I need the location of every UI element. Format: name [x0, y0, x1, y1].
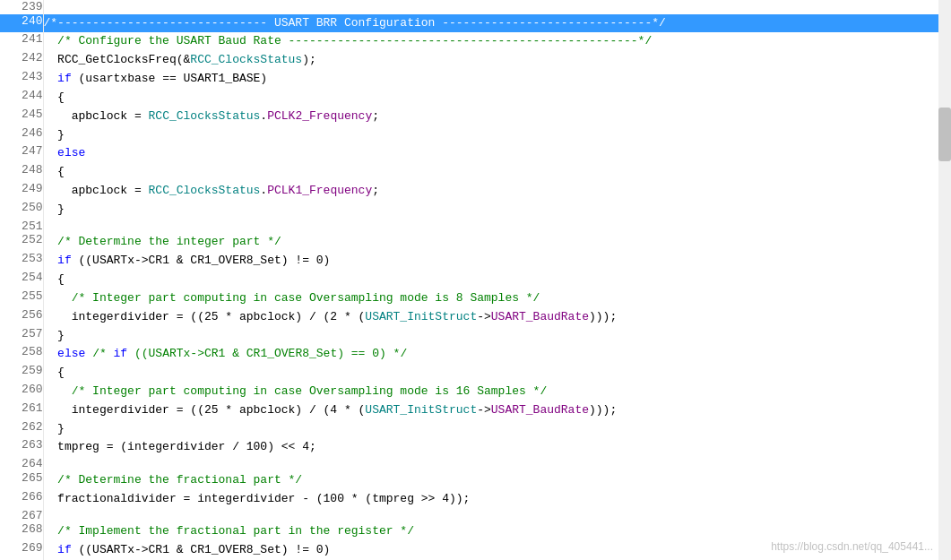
table-row: 267 — [0, 509, 951, 523]
line-number: 241 — [0, 32, 43, 51]
line-code: /* Configure the USART Baud Rate -------… — [43, 32, 951, 51]
line-code: /* Integer part computing in case Oversa… — [43, 383, 951, 401]
table-row: 239 — [0, 0, 951, 14]
table-row: 254 { — [0, 271, 951, 289]
table-row: 245 apbclock = RCC_ClocksStatus.PCLK2_Fr… — [0, 108, 951, 126]
line-code: { — [43, 364, 951, 383]
line-number: 239 — [0, 0, 43, 14]
table-row: 244 { — [0, 89, 951, 108]
table-row: 243 if (usartxbase == USART1_BASE) — [0, 70, 951, 89]
line-number: 242 — [0, 51, 43, 70]
line-number: 247 — [0, 144, 43, 163]
line-code: /* Implement the fractional part in the … — [43, 522, 951, 541]
table-row: 266 fractionaldivider = integerdivider -… — [0, 490, 951, 509]
table-row: 251 — [0, 220, 951, 234]
line-number: 249 — [0, 182, 43, 201]
table-row: 256 integerdivider = ((25 * apbclock) / … — [0, 308, 951, 327]
line-number: 258 — [0, 345, 43, 364]
table-row: 240/*------------------------------ USAR… — [0, 14, 951, 33]
line-code: /* Integer part computing in case Oversa… — [43, 289, 951, 308]
line-code: } — [43, 420, 951, 439]
line-number: 253 — [0, 252, 43, 271]
line-code: { — [43, 271, 951, 289]
code-table: 239240/*------------------------------ U… — [0, 0, 951, 560]
line-number: 261 — [0, 401, 43, 420]
line-number: 252 — [0, 233, 43, 252]
line-code: RCC_GetClocksFreq(&RCC_ClocksStatus); — [43, 51, 951, 70]
line-number: 256 — [0, 308, 43, 327]
table-row: 246 } — [0, 126, 951, 145]
line-number: 251 — [0, 220, 43, 234]
line-number: 263 — [0, 438, 43, 457]
line-code: } — [43, 327, 951, 346]
table-row: 260 /* Integer part computing in case Ov… — [0, 383, 951, 401]
line-code: { — [43, 163, 951, 182]
line-code: if (usartxbase == USART1_BASE) — [43, 70, 951, 89]
line-number: 266 — [0, 490, 43, 509]
table-row: 249 apbclock = RCC_ClocksStatus.PCLK1_Fr… — [0, 182, 951, 201]
scrollbar-vertical[interactable] — [938, 0, 951, 560]
line-code: integerdivider = ((25 * apbclock) / (4 *… — [43, 401, 951, 420]
line-code: /* Determine the integer part */ — [43, 233, 951, 252]
line-code — [43, 220, 951, 234]
line-number: 260 — [0, 383, 43, 401]
table-row: 241 /* Configure the USART Baud Rate ---… — [0, 32, 951, 51]
table-row: 247 else — [0, 144, 951, 163]
line-number: 269 — [0, 541, 43, 560]
line-code: /* Determine the fractional part */ — [43, 471, 951, 490]
table-row: 248 { — [0, 163, 951, 182]
table-row: 262 } — [0, 420, 951, 439]
line-code: { — [43, 89, 951, 108]
line-code: apbclock = RCC_ClocksStatus.PCLK1_Freque… — [43, 182, 951, 201]
line-number: 243 — [0, 70, 43, 89]
table-row: 264 — [0, 457, 951, 471]
table-row: 261 integerdivider = ((25 * apbclock) / … — [0, 401, 951, 420]
line-number: 244 — [0, 89, 43, 108]
line-code: else — [43, 144, 951, 163]
line-number: 265 — [0, 471, 43, 490]
line-code: } — [43, 201, 951, 220]
line-code — [43, 457, 951, 471]
table-row: 242 RCC_GetClocksFreq(&RCC_ClocksStatus)… — [0, 51, 951, 70]
line-code — [43, 509, 951, 523]
line-number: 250 — [0, 201, 43, 220]
line-number: 248 — [0, 163, 43, 182]
scrollbar-thumb[interactable] — [938, 108, 951, 161]
watermark: https://blog.csdn.net/qq_405441... — [771, 540, 933, 553]
line-code: if ((USARTx->CR1 & CR1_OVER8_Set) != 0) — [43, 252, 951, 271]
line-code: tmpreg = (integerdivider / 100) << 4; — [43, 438, 951, 457]
line-code: integerdivider = ((25 * apbclock) / (2 *… — [43, 308, 951, 327]
table-row: 265 /* Determine the fractional part */ — [0, 471, 951, 490]
line-code: fractionaldivider = integerdivider - (10… — [43, 490, 951, 509]
table-row: 253 if ((USARTx->CR1 & CR1_OVER8_Set) !=… — [0, 252, 951, 271]
line-code: apbclock = RCC_ClocksStatus.PCLK2_Freque… — [43, 108, 951, 126]
table-row: 255 /* Integer part computing in case Ov… — [0, 289, 951, 308]
line-number: 257 — [0, 327, 43, 346]
table-row: 263 tmpreg = (integerdivider / 100) << 4… — [0, 438, 951, 457]
code-editor: 239240/*------------------------------ U… — [0, 0, 951, 560]
line-number: 264 — [0, 457, 43, 471]
table-row: 259 { — [0, 364, 951, 383]
line-code: /*------------------------------ USART B… — [43, 14, 951, 33]
line-number: 240 — [0, 14, 43, 33]
table-row: 257 } — [0, 327, 951, 346]
line-number: 255 — [0, 289, 43, 308]
line-number: 262 — [0, 420, 43, 439]
line-number: 268 — [0, 522, 43, 541]
line-number: 259 — [0, 364, 43, 383]
line-number: 254 — [0, 271, 43, 289]
line-number: 246 — [0, 126, 43, 145]
table-row: 258 else /* if ((USARTx->CR1 & CR1_OVER8… — [0, 345, 951, 364]
line-code: } — [43, 126, 951, 145]
line-number: 267 — [0, 509, 43, 523]
table-row: 268 /* Implement the fractional part in … — [0, 522, 951, 541]
table-row: 252 /* Determine the integer part */ — [0, 233, 951, 252]
line-code — [43, 0, 951, 14]
table-row: 250 } — [0, 201, 951, 220]
line-number: 245 — [0, 108, 43, 126]
line-code: else /* if ((USARTx->CR1 & CR1_OVER8_Set… — [43, 345, 951, 364]
